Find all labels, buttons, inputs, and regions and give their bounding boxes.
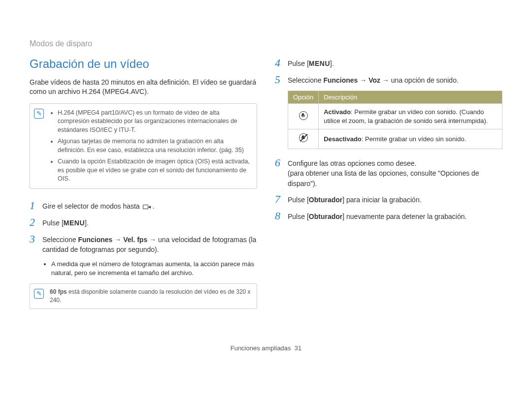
step-number: 2 — [30, 216, 42, 228]
step-number: 1 — [30, 200, 42, 212]
step-4: 4 Pulse [MENU]. — [275, 57, 502, 69]
intro-text: Grabe vídeos de hasta 20 minutos en alta… — [30, 78, 257, 96]
step-1: 1 Gire el selector de modos hasta . — [30, 200, 257, 212]
mic-off-icon — [299, 133, 308, 142]
step-number: 4 — [275, 57, 288, 69]
table-row: Activado: Permite grabar un vídeo con so… — [288, 104, 502, 129]
step-2: 2 Pulse [MENU]. — [30, 216, 257, 228]
note-icon: ✎ — [34, 109, 44, 119]
step-5: 5 Seleccione Funciones → Voz → una opció… — [275, 74, 502, 86]
left-column: Grabación de un vídeo Grabe vídeos de ha… — [30, 57, 257, 320]
mic-on-icon — [299, 111, 308, 120]
step-3-sub-bullet: A medida que el número de fotogramas aum… — [42, 260, 257, 278]
right-column: 4 Pulse [MENU]. 5 Seleccione Funciones →… — [275, 57, 502, 320]
step-number: 7 — [275, 193, 288, 205]
section-title: Grabación de un vídeo — [30, 57, 257, 71]
sound-options-table: Opción Descripción Activado: Permite gra… — [288, 91, 502, 149]
main-notes-box: ✎ H.264 (MPEG4 part10/AVC) es un formato… — [30, 103, 257, 189]
step-3: 3 Seleccione Funciones → Vel. fps → una … — [30, 233, 257, 255]
page-footer: Funciones ampliadas 31 — [30, 344, 502, 352]
step-number: 6 — [275, 157, 288, 188]
menu-label: MENU — [64, 219, 85, 227]
note-icon: ✎ — [34, 289, 44, 299]
fps-note-box: ✎ 60 fps está disponible solamente cuand… — [30, 283, 257, 309]
step-number: 3 — [30, 233, 42, 255]
menu-label: MENU — [309, 60, 330, 67]
step-number: 5 — [275, 74, 288, 86]
step-number: 8 — [275, 210, 288, 222]
movie-mode-icon — [143, 204, 152, 210]
note-item: Algunas tarjetas de memoria no admiten l… — [58, 137, 251, 154]
table-header-description: Descripción — [319, 91, 502, 104]
breadcrumb: Modos de disparo — [30, 39, 502, 48]
step-6: 6 Configure las otras opciones como dese… — [275, 157, 502, 188]
step-8: 8 Pulse [Obturador] nuevamente para dete… — [275, 210, 502, 222]
step-7: 7 Pulse [Obturador] para iniciar la grab… — [275, 193, 502, 205]
table-row: Desactivado: Permite grabar un vídeo sin… — [288, 129, 502, 149]
note-item: H.264 (MPEG4 part10/AVC) es un formato d… — [58, 109, 251, 135]
table-header-option: Opción — [288, 91, 319, 104]
note-item: Cuando la opción Estabilización de image… — [58, 157, 251, 184]
